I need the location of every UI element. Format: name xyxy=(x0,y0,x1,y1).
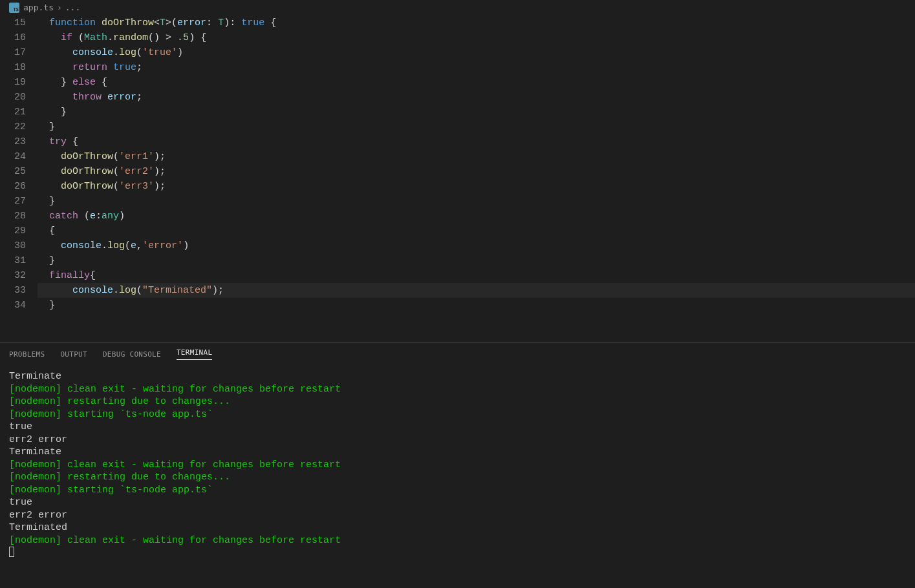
tab-debug-console[interactable]: DEBUG CONSOLE xyxy=(103,350,161,359)
chevron-right-icon: › xyxy=(57,3,62,12)
line-number: 18 xyxy=(0,60,26,75)
terminal-line: err2 error xyxy=(9,509,906,522)
code-area[interactable]: function doOrThrow<T>(error: T): true { … xyxy=(38,16,915,342)
code-line[interactable]: doOrThrow('err1'); xyxy=(38,149,915,164)
line-number: 21 xyxy=(0,105,26,120)
terminal-line: [nodemon] clean exit - waiting for chang… xyxy=(9,459,906,472)
line-number: 33 xyxy=(0,283,26,298)
code-line[interactable]: finally{ xyxy=(38,268,915,283)
code-line[interactable]: try { xyxy=(38,134,915,149)
line-number: 17 xyxy=(0,45,26,60)
line-number: 30 xyxy=(0,238,26,253)
code-line[interactable]: doOrThrow('err2'); xyxy=(38,164,915,179)
code-line[interactable]: function doOrThrow<T>(error: T): true { xyxy=(38,16,915,30)
line-number: 32 xyxy=(0,268,26,283)
code-line[interactable]: return true; xyxy=(38,60,915,75)
terminal-line: Terminate xyxy=(9,446,906,459)
terminal-line: Terminate xyxy=(9,370,906,383)
code-line[interactable]: } xyxy=(38,253,915,268)
breadcrumb-file[interactable]: app.ts xyxy=(23,3,54,12)
terminal-line: [nodemon] clean exit - waiting for chang… xyxy=(9,383,906,396)
typescript-icon: TS xyxy=(9,3,19,13)
code-line[interactable]: doOrThrow('err3'); xyxy=(38,179,915,194)
line-number: 34 xyxy=(0,298,26,313)
code-line[interactable]: if (Math.random() > .5) { xyxy=(38,30,915,45)
tab-output[interactable]: OUTPUT xyxy=(60,350,87,359)
panel-tabs: PROBLEMS OUTPUT DEBUG CONSOLE TERMINAL xyxy=(0,343,915,365)
code-line[interactable]: console.log('true') xyxy=(38,45,915,60)
terminal-output[interactable]: Terminate[nodemon] clean exit - waiting … xyxy=(0,365,915,588)
terminal-line: [nodemon] clean exit - waiting for chang… xyxy=(9,534,906,547)
terminal-cursor xyxy=(9,547,14,557)
code-line[interactable]: } else { xyxy=(38,75,915,90)
terminal-line: [nodemon] restarting due to changes... xyxy=(9,395,906,408)
line-number: 24 xyxy=(0,149,26,164)
line-number: 20 xyxy=(0,90,26,105)
terminal-line: [nodemon] starting `ts-node app.ts` xyxy=(9,484,906,497)
line-number: 26 xyxy=(0,179,26,194)
code-line[interactable]: throw error; xyxy=(38,90,915,105)
line-number: 22 xyxy=(0,120,26,134)
code-line[interactable]: } xyxy=(38,194,915,209)
line-number: 31 xyxy=(0,253,26,268)
terminal-line: Terminated xyxy=(9,521,906,534)
terminal-line: [nodemon] starting `ts-node app.ts` xyxy=(9,408,906,421)
tab-terminal[interactable]: TERMINAL xyxy=(177,348,212,360)
tab-problems[interactable]: PROBLEMS xyxy=(9,350,45,359)
line-number: 15 xyxy=(0,16,26,30)
terminal-line: [nodemon] restarting due to changes... xyxy=(9,471,906,484)
line-number: 19 xyxy=(0,75,26,90)
line-number-gutter: 1516171819202122232425262728293031323334 xyxy=(0,16,38,342)
terminal-line: true xyxy=(9,421,906,434)
code-line[interactable]: console.log("Terminated"); xyxy=(38,283,915,298)
line-number: 25 xyxy=(0,164,26,179)
terminal-line: true xyxy=(9,496,906,509)
line-number: 27 xyxy=(0,194,26,209)
code-editor[interactable]: 1516171819202122232425262728293031323334… xyxy=(0,16,915,342)
line-number: 16 xyxy=(0,30,26,45)
code-line[interactable]: catch (e:any) xyxy=(38,209,915,224)
code-line[interactable]: } xyxy=(38,105,915,120)
code-line[interactable]: { xyxy=(38,224,915,238)
breadcrumb-more[interactable]: ... xyxy=(65,3,80,12)
line-number: 23 xyxy=(0,134,26,149)
code-line[interactable]: } xyxy=(38,298,915,313)
code-line[interactable]: } xyxy=(38,120,915,134)
breadcrumb[interactable]: TS app.ts › ... xyxy=(0,0,915,16)
terminal-line: err2 error xyxy=(9,434,906,446)
line-number: 29 xyxy=(0,224,26,238)
code-line[interactable]: console.log(e,'error') xyxy=(38,238,915,253)
bottom-panel: PROBLEMS OUTPUT DEBUG CONSOLE TERMINAL T… xyxy=(0,342,915,588)
line-number: 28 xyxy=(0,209,26,224)
